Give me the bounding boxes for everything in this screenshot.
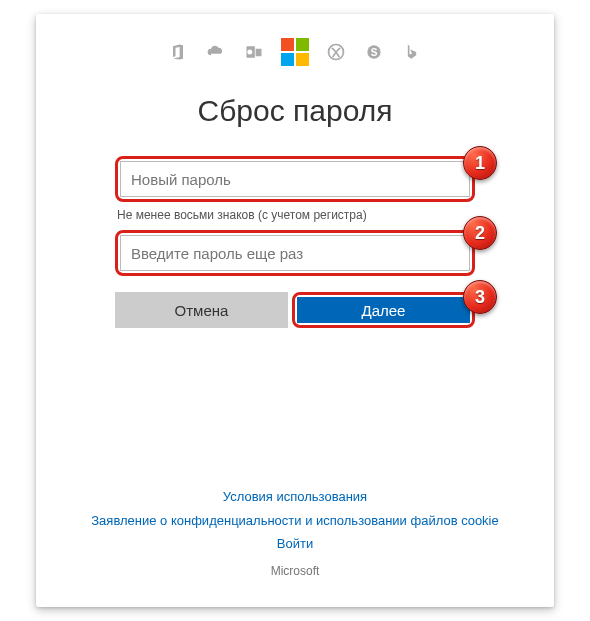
password-hint: Не менее восьми знаков (с учетом регистр… — [117, 208, 475, 222]
bing-icon — [401, 41, 423, 63]
reset-form: 1 Не менее восьми знаков (с учетом регис… — [115, 156, 475, 328]
callout-badge-2: 2 — [463, 216, 497, 250]
skype-icon: S — [363, 41, 385, 63]
terms-link[interactable]: Условия использования — [36, 485, 554, 508]
office-icon — [167, 41, 189, 63]
reset-password-card: S Сброс пароля 1 Не менее восьми знаков … — [36, 14, 554, 607]
signin-link[interactable]: Войти — [36, 532, 554, 555]
confirm-password-highlight — [115, 230, 475, 276]
confirm-password-input[interactable] — [120, 235, 470, 271]
outlook-icon — [243, 41, 265, 63]
privacy-link[interactable]: Заявление о конфиденциальности и использ… — [36, 509, 554, 532]
onedrive-icon — [205, 41, 227, 63]
next-button-highlight: Далее — [292, 292, 475, 328]
brand-icons-row: S — [36, 38, 554, 66]
cancel-button[interactable]: Отмена — [115, 292, 288, 328]
page-title: Сброс пароля — [36, 94, 554, 128]
new-password-highlight — [115, 156, 475, 202]
callout-badge-3: 3 — [463, 280, 497, 314]
callout-badge-1: 1 — [463, 146, 497, 180]
button-row: Отмена Далее 3 — [115, 292, 475, 328]
copyright-text: Microsoft — [36, 561, 554, 583]
footer: Условия использования Заявление о конфид… — [36, 485, 554, 583]
next-button[interactable]: Далее — [297, 297, 470, 323]
microsoft-logo-icon — [281, 38, 309, 66]
xbox-icon — [325, 41, 347, 63]
svg-text:S: S — [371, 47, 378, 58]
new-password-input[interactable] — [120, 161, 470, 197]
